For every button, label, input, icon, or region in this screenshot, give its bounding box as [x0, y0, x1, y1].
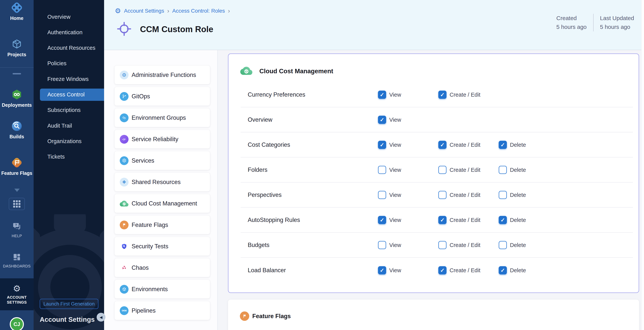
sidebar-collapse-button[interactable]: ◀	[97, 313, 106, 321]
last-updated-label: Last Updated	[600, 14, 634, 23]
scrollbar-track[interactable]	[641, 0, 644, 330]
permission-autostopping-rules-create-edit: ✓Create / Edit	[438, 216, 480, 224]
resource-card-shared-resources[interactable]: ❖Shared Resources	[114, 173, 210, 191]
resource-card-label: Environment Groups	[132, 114, 186, 121]
checkbox-autostopping-rules-create-edit[interactable]: ✓	[438, 216, 446, 224]
permission-row-folders: FoldersViewCreate / EditDelete	[241, 157, 633, 183]
feature-flags-section-title: Feature Flags	[252, 313, 291, 320]
help-button[interactable]: ? HELP	[0, 222, 34, 238]
checkbox-perspectives-create-edit[interactable]	[438, 191, 446, 199]
sidebar-item-authentication[interactable]: Authentication	[34, 26, 104, 39]
permissions-scroll-area: $ Cloud Cost Management Currency Prefere…	[218, 50, 644, 330]
created-label: Created	[556, 14, 586, 23]
resource-card-chaos[interactable]: Chaos	[114, 258, 210, 277]
checkbox-budgets-view[interactable]	[378, 241, 386, 249]
breadcrumb-gear-icon: ⚙	[115, 8, 121, 14]
permission-label: View	[389, 192, 401, 198]
resource-card-security-tests[interactable]: Security Tests	[114, 237, 210, 256]
checkbox-folders-delete[interactable]	[499, 166, 507, 174]
checkbox-perspectives-delete[interactable]	[499, 191, 507, 199]
deployments-hexagon-icon	[11, 88, 23, 101]
resource-card-pipelines[interactable]: Pipelines	[114, 301, 210, 320]
feature-flags-diamond-icon	[11, 156, 23, 169]
module-projects[interactable]: Projects	[0, 38, 34, 57]
sidebar-item-tickets[interactable]: Tickets	[34, 151, 104, 163]
checkbox-load-balancer-view[interactable]: ✓	[378, 266, 386, 274]
launch-first-generation-button[interactable]: Launch First Generation	[40, 299, 98, 309]
permission-name: AutoStopping Rules	[248, 217, 300, 223]
checkbox-cost-categories-view[interactable]: ✓	[378, 141, 386, 149]
chevron-down-icon[interactable]	[14, 189, 20, 192]
checkbox-budgets-delete[interactable]	[499, 241, 507, 249]
dashboards-button[interactable]: DASHBOARDS	[0, 253, 34, 269]
permission-label: View	[389, 242, 401, 248]
module-feature-flags[interactable]: Feature Flags	[0, 156, 34, 176]
permission-cost-categories-view: ✓View	[378, 141, 401, 149]
module-deployments[interactable]: Deployments	[0, 88, 34, 108]
sidebar-item-access-control[interactable]: Access Control	[40, 89, 104, 101]
sidebar-item-subscriptions[interactable]: Subscriptions	[34, 104, 104, 116]
checkbox-load-balancer-create-edit[interactable]: ✓	[438, 266, 446, 274]
svg-text:$: $	[123, 202, 125, 206]
builds-compass-icon	[11, 120, 23, 132]
permission-row-perspectives: PerspectivesViewCreate / EditDelete	[241, 183, 633, 208]
permission-row-overview: Overview✓View	[241, 107, 633, 132]
checkbox-load-balancer-delete[interactable]: ✓	[499, 266, 507, 274]
resource-card-environment-groups[interactable]: Environment Groups	[114, 108, 210, 127]
checkbox-autostopping-rules-delete[interactable]: ✓	[499, 216, 507, 224]
sidebar-item-account-resources[interactable]: Account Resources	[34, 42, 104, 54]
crosshair-icon	[116, 21, 132, 38]
dashboards-tiles-icon	[12, 253, 21, 262]
permission-folders-view: View	[378, 166, 401, 174]
breadcrumb-account-settings[interactable]: Account Settings	[124, 8, 164, 14]
resource-card-administrative-functions[interactable]: ⚙Administrative Functions	[114, 66, 210, 84]
settings-panel-title: Account Settings	[40, 316, 95, 323]
checkbox-perspectives-view[interactable]	[378, 191, 386, 199]
module-label: Home	[10, 16, 23, 21]
permission-label: View	[389, 141, 401, 148]
checkbox-folders-create-edit[interactable]	[438, 166, 446, 174]
resource-card-service-reliability[interactable]: Service Reliability	[114, 130, 210, 148]
permission-cost-categories-delete: ✓Delete	[499, 141, 526, 149]
checkbox-cost-categories-delete[interactable]: ✓	[499, 141, 507, 149]
gear-watermark-icon	[34, 214, 104, 330]
permission-label: Create / Edit	[450, 217, 480, 223]
checkbox-autostopping-rules-view[interactable]: ✓	[378, 216, 386, 224]
help-chat-icon: ?	[12, 222, 22, 232]
permission-load-balancer-create-edit: ✓Create / Edit	[438, 266, 480, 274]
checkbox-cost-categories-create-edit[interactable]: ✓	[438, 141, 446, 149]
page-header: ⚙ Account Settings › Access Control: Rol…	[104, 0, 644, 50]
checkbox-budgets-create-edit[interactable]	[438, 241, 446, 249]
account-settings-button[interactable]: ⚙ ACCOUNT SETTINGS	[0, 278, 34, 310]
resource-card-feature-flags[interactable]: Feature Flags	[114, 216, 210, 234]
sidebar-item-overview[interactable]: Overview	[34, 11, 104, 23]
module-rail: HomeProjectsDeploymentsBuildsFeature Fla…	[0, 0, 34, 330]
permission-label: Delete	[510, 267, 526, 273]
permission-label: Delete	[510, 217, 526, 223]
rail-dash	[12, 73, 21, 74]
feature-flags-header: Feature Flags	[240, 311, 291, 321]
checkbox-currency-preferences-create-edit[interactable]: ✓	[438, 90, 446, 99]
breadcrumb-access-control-roles[interactable]: Access Control: Roles	[172, 8, 225, 14]
permission-label: Create / Edit	[450, 91, 480, 98]
sidebar-item-policies[interactable]: Policies	[34, 57, 104, 70]
resource-card-environments[interactable]: Environments	[114, 280, 210, 298]
created-block: Created 5 hours ago	[550, 14, 593, 31]
resource-card-cloud-cost-management[interactable]: $Cloud Cost Management	[114, 194, 210, 213]
checkbox-currency-preferences-view[interactable]: ✓	[378, 90, 386, 99]
sidebar-item-freeze-windows[interactable]: Freeze Windows	[34, 73, 104, 85]
sidebar-item-audit-trail[interactable]: Audit Trail	[34, 120, 104, 132]
checkbox-overview-view[interactable]: ✓	[378, 115, 386, 124]
resource-card-services[interactable]: Services	[114, 151, 210, 170]
module-grid-button[interactable]	[9, 198, 25, 210]
user-avatar[interactable]: CJ	[10, 317, 24, 330]
checkbox-folders-view[interactable]	[378, 166, 386, 174]
module-builds[interactable]: Builds	[0, 120, 34, 139]
permission-autostopping-rules-delete: ✓Delete	[499, 216, 526, 224]
projects-cube-icon	[11, 38, 23, 50]
module-home[interactable]: Home	[0, 2, 34, 21]
resource-card-gitops[interactable]: GitOps	[114, 87, 210, 106]
settings-menu-panel: OverviewAuthenticationAccount ResourcesP…	[34, 0, 104, 330]
resource-card-label: Service Reliability	[132, 136, 178, 143]
sidebar-item-organizations[interactable]: Organizations	[34, 135, 104, 147]
